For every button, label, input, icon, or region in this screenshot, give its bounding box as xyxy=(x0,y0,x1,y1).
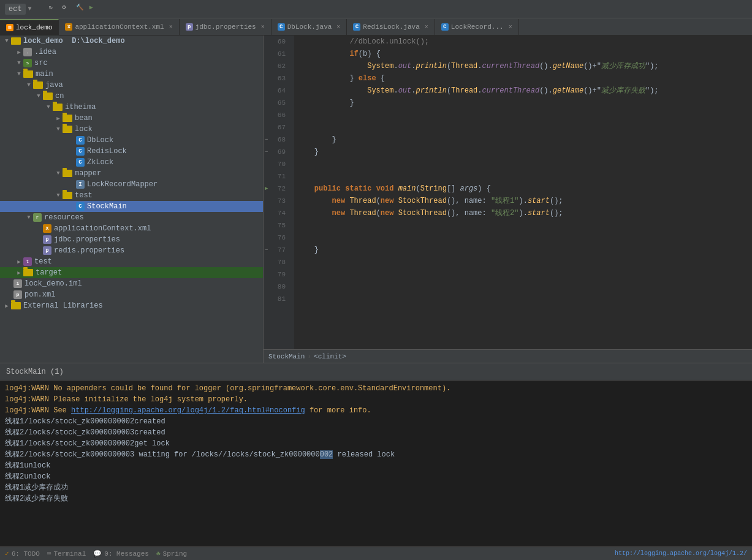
breadcrumb-stockmain[interactable]: StockMain xyxy=(268,353,305,360)
src-arrow-icon: ▼ xyxy=(15,60,23,66)
line-num-75: 75 xyxy=(264,219,289,232)
sidebar-item-itheima[interactable]: ▼ itheima xyxy=(0,102,263,113)
code-line-69: } xyxy=(297,146,752,158)
if-kw-61: if xyxy=(349,48,358,60)
itheima-arrow-icon: ▼ xyxy=(44,104,53,110)
tab-lockrecord-close[interactable]: × xyxy=(509,24,512,31)
brace-68: } xyxy=(332,134,336,146)
fold-marker-69[interactable]: − xyxy=(265,146,268,158)
sidebar-item-cn[interactable]: ▼ cn xyxy=(0,91,263,102)
tab-lockrecord[interactable]: C LockRecord... × xyxy=(435,19,519,35)
code-line-66 xyxy=(297,109,752,121)
tab-dblock[interactable]: C DbLock.java × xyxy=(272,19,348,35)
sp-73a xyxy=(345,195,349,207)
bean-arrow-icon: ▶ xyxy=(54,115,63,122)
tab-dblock-close[interactable]: × xyxy=(336,24,340,31)
sidebar-item-main[interactable]: ▼ main xyxy=(0,69,263,80)
output-line-1: log4j:WARN No appenders could be found f… xyxy=(5,383,747,394)
code-content[interactable]: //dbLock.unlock(); if(b) { System.out.pr… xyxy=(294,36,752,349)
output-line-10: 线程1减少库存成功 xyxy=(5,482,747,493)
sidebar-item-ext-libs[interactable]: ▶ External Libraries xyxy=(0,300,263,311)
current-64: currentThread xyxy=(482,85,540,97)
run-icon[interactable]: ▶ xyxy=(89,4,101,15)
tab-lock-demo[interactable]: m lock_demo xyxy=(0,19,59,35)
project-dropdown[interactable]: ect xyxy=(5,4,26,15)
tab-redislock[interactable]: C RedisLock.java × xyxy=(347,19,435,35)
tab-redislock-close[interactable]: × xyxy=(425,24,428,31)
start-73a: start xyxy=(528,195,550,207)
idea-folder-icon: . xyxy=(23,48,32,56)
fold-marker-68[interactable]: − xyxy=(265,134,268,146)
run-marker-72[interactable]: ▶ xyxy=(265,183,268,195)
line-num-73: 73 xyxy=(264,195,289,207)
sidebar-item-redislock-label: RedisLock xyxy=(87,147,127,156)
sidebar-item-appcontext[interactable]: x applicationContext.xml xyxy=(0,223,263,234)
sidebar-item-bean-label: bean xyxy=(75,114,93,123)
sidebar-item-target[interactable]: ▶ target xyxy=(0,267,263,278)
sidebar-item-dblock[interactable]: C DbLock xyxy=(0,135,263,146)
sp-72b xyxy=(371,183,376,195)
sync-icon[interactable]: ↻ xyxy=(49,4,60,15)
out-62: out xyxy=(398,60,412,72)
output-content[interactable]: log4j:WARN No appenders could be found f… xyxy=(0,380,752,547)
output-line-3: log4j:WARN See http://logging.apache.org… xyxy=(5,405,747,416)
target-arrow-icon: ▶ xyxy=(15,270,23,276)
else-63: else xyxy=(359,72,376,85)
sidebar-item-redislock[interactable]: C RedisLock xyxy=(0,146,263,157)
sidebar-item-mapper[interactable]: ▼ mapper xyxy=(0,168,263,179)
build-icon[interactable]: 🔨 xyxy=(76,4,87,15)
sidebar-item-lock[interactable]: ▼ lock xyxy=(0,124,263,135)
code-area: 60 61 62 63 64 65 66 67 68 − 69 − xyxy=(264,36,752,349)
line-num-72: 72 ▶ xyxy=(264,183,289,195)
line-num-64: 64 xyxy=(264,85,289,97)
tab-jdbc[interactable]: p jdbc.properties × xyxy=(180,19,272,35)
tab-jdbc-close[interactable]: × xyxy=(261,24,265,31)
sidebar-item-pom[interactable]: p pom.xml xyxy=(0,289,263,300)
system-62: System xyxy=(367,60,393,72)
editor-tabs: m lock_demo x applicationContext.xml × p… xyxy=(0,18,752,36)
output-panel: StockMain (1) log4j:WARN No appenders co… xyxy=(0,363,752,547)
app-context-tab-icon: x xyxy=(65,23,72,31)
sidebar-item-jdbc[interactable]: p jdbc.properties xyxy=(0,234,263,245)
sp-74a xyxy=(345,207,349,219)
status-messages[interactable]: 💬 0: Messages xyxy=(93,550,149,558)
line-num-80: 80 xyxy=(264,281,289,293)
sidebar-item-test-itheima[interactable]: ▼ test xyxy=(0,190,263,201)
sidebar-item-bean[interactable]: ▶ bean xyxy=(0,113,263,124)
sidebar-item-root[interactable]: ▼ lock_demo D:\lock_demo xyxy=(0,36,263,47)
log4j-link[interactable]: http://logging.apache.org/log4j/1.2/faq.… xyxy=(71,406,305,415)
args-72: args xyxy=(460,183,478,195)
sidebar-item-dblock-label: DbLock xyxy=(87,136,113,145)
bean-folder-icon xyxy=(63,115,72,122)
breadcrumb-clinit[interactable]: <clinit> xyxy=(314,353,346,360)
status-spring[interactable]: ☘ Spring xyxy=(156,550,187,558)
sidebar-item-resources-label: resources xyxy=(44,213,84,222)
settings-icon[interactable]: ⚙ xyxy=(63,4,74,15)
status-terminal[interactable]: ⌨ Terminal xyxy=(47,550,86,558)
tab-application-context-close[interactable]: × xyxy=(169,24,173,31)
dropdown-arrow-icon[interactable]: ▼ xyxy=(28,6,32,12)
sidebar-item-idea[interactable]: ▶ . .idea xyxy=(0,47,263,58)
sidebar-item-iml[interactable]: i lock_demo.iml xyxy=(0,278,263,289)
todo-icon: ✓ xyxy=(5,550,9,558)
sidebar-item-src[interactable]: ▼ s src xyxy=(0,58,263,69)
test-folder-icon xyxy=(63,192,72,199)
sidebar-item-resources[interactable]: ▼ r resources xyxy=(0,212,263,223)
sidebar-item-redis[interactable]: p redis.properties xyxy=(0,245,263,256)
status-todo[interactable]: ✓ 6: TODO xyxy=(5,550,40,558)
test-root-folder-icon: t xyxy=(23,257,32,266)
fold-marker-77[interactable]: − xyxy=(265,244,268,256)
sidebar-item-stockmain[interactable]: C StockMain xyxy=(0,201,263,212)
iml-file-icon: i xyxy=(13,279,22,288)
sidebar-item-lockrecordmapper[interactable]: I LockRecordMapper xyxy=(0,179,263,190)
tab-application-context[interactable]: x applicationContext.xml × xyxy=(59,19,179,35)
sidebar-item-appcontext-label: applicationContext.xml xyxy=(54,224,151,233)
sidebar-item-zklock[interactable]: C ZkLock xyxy=(0,157,263,168)
paren-64d: "); xyxy=(645,85,659,97)
sidebar-item-test-root[interactable]: ▶ t test xyxy=(0,256,263,267)
sidebar-item-lock-label: lock xyxy=(75,125,93,134)
sp-73b xyxy=(393,195,398,207)
line-num-60: 60 xyxy=(264,36,289,48)
line-num-70: 70 xyxy=(264,158,289,170)
sidebar-item-java[interactable]: ▼ java xyxy=(0,80,263,91)
